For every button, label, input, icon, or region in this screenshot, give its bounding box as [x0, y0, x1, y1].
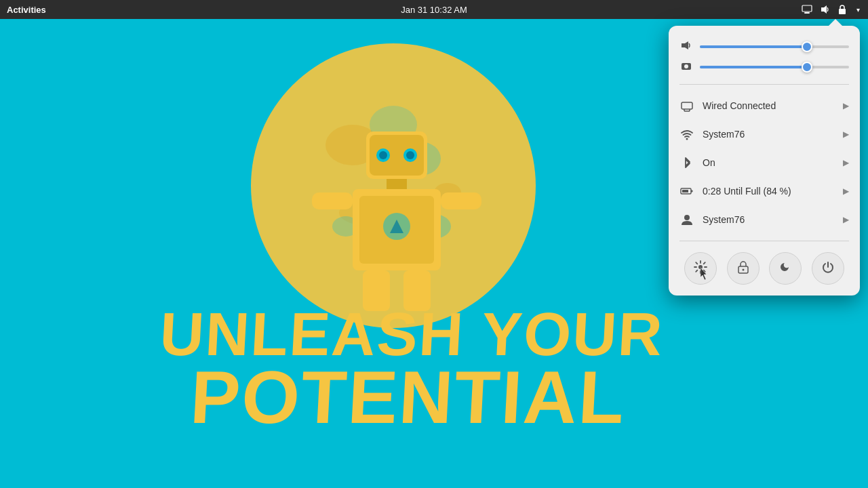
bottom-divider: [679, 241, 849, 241]
svg-marker-29: [682, 41, 688, 49]
wifi-menu-label: System76: [703, 129, 835, 140]
bluetooth-arrow-icon: ▶: [843, 158, 849, 167]
topbar-right-area: ▾: [800, 3, 868, 16]
bluetooth-menu-label: On: [703, 157, 835, 168]
svg-point-17: [406, 151, 414, 159]
night-button[interactable]: [769, 252, 802, 285]
volume-icon[interactable]: [818, 3, 831, 16]
user-menu-icon: [679, 212, 694, 227]
svg-point-41: [698, 265, 703, 269]
battery-menu-label: 0:28 Until Full (84 %): [703, 186, 835, 197]
volume-slider-row: [669, 37, 860, 57]
night-button-icon: [779, 261, 791, 277]
svg-point-43: [742, 268, 744, 270]
network-security-icon[interactable]: [835, 3, 849, 16]
brightness-thumb: [802, 62, 812, 73]
svg-rect-21: [312, 192, 353, 209]
svg-point-16: [379, 151, 387, 159]
menu-item-user[interactable]: System76 ▶: [669, 205, 860, 234]
user-arrow-icon: ▶: [843, 215, 849, 224]
menu-item-battery[interactable]: 0:28 Until Full (84 %) ▶: [669, 177, 860, 205]
volume-thumb: [802, 41, 812, 52]
wifi-menu-icon: [679, 127, 694, 142]
svg-rect-3: [839, 9, 846, 14]
quick-settings-panel: Wired Connected ▶ System76 ▶ On ▶ 0:28 U…: [669, 26, 860, 296]
svg-point-36: [686, 138, 688, 140]
volume-fill: [700, 45, 807, 48]
bottom-buttons: [669, 248, 860, 285]
settings-button[interactable]: [684, 252, 717, 285]
brightness-fill: [700, 66, 807, 68]
svg-rect-38: [691, 190, 693, 192]
settings-button-icon: [694, 260, 707, 277]
topbar: Activities Jan 31 10:32 AM ▾: [0, 0, 868, 19]
svg-rect-39: [682, 190, 688, 192]
svg-point-31: [684, 64, 688, 68]
wifi-arrow-icon: ▶: [843, 129, 849, 139]
svg-rect-0: [802, 5, 812, 12]
screen-mirror-icon[interactable]: [800, 3, 814, 16]
lock-button-icon: [737, 260, 749, 277]
brightness-track[interactable]: [700, 66, 849, 68]
desktop-artwork: UNLEASH YOUR POTENTIAL: [108, 23, 760, 484]
top-divider: [679, 84, 849, 85]
power-button[interactable]: [812, 252, 844, 285]
menu-item-wifi[interactable]: System76 ▶: [669, 120, 860, 148]
power-button-icon: [822, 261, 834, 277]
brightness-slider-icon: [679, 60, 693, 75]
battery-arrow-icon: ▶: [843, 186, 849, 196]
svg-marker-2: [821, 5, 827, 14]
svg-rect-32: [682, 102, 692, 109]
volume-track[interactable]: [700, 45, 849, 48]
activities-button[interactable]: Activities: [0, 5, 46, 15]
bluetooth-menu-icon: [679, 155, 694, 170]
svg-rect-1: [804, 12, 810, 14]
system-menu-dropdown[interactable]: ▾: [853, 3, 863, 16]
menu-item-bluetooth[interactable]: On ▶: [669, 148, 860, 177]
wired-menu-label: Wired Connected: [703, 100, 835, 111]
lock-button[interactable]: [727, 252, 760, 285]
svg-text:POTENTIAL: POTENTIAL: [189, 355, 628, 439]
svg-rect-18: [387, 179, 407, 189]
svg-point-40: [684, 215, 690, 220]
volume-slider-icon: [679, 39, 693, 54]
battery-menu-icon: [679, 184, 694, 199]
brightness-slider-row: [669, 57, 860, 77]
wired-arrow-icon: ▶: [843, 101, 849, 110]
menu-items-container: Wired Connected ▶ System76 ▶ On ▶ 0:28 U…: [669, 92, 860, 234]
svg-rect-22: [441, 192, 481, 209]
wired-menu-icon: [679, 98, 694, 113]
menu-item-wired[interactable]: Wired Connected ▶: [669, 92, 860, 120]
user-menu-label: System76: [703, 214, 835, 225]
datetime-display: Jan 31 10:32 AM: [401, 5, 467, 15]
